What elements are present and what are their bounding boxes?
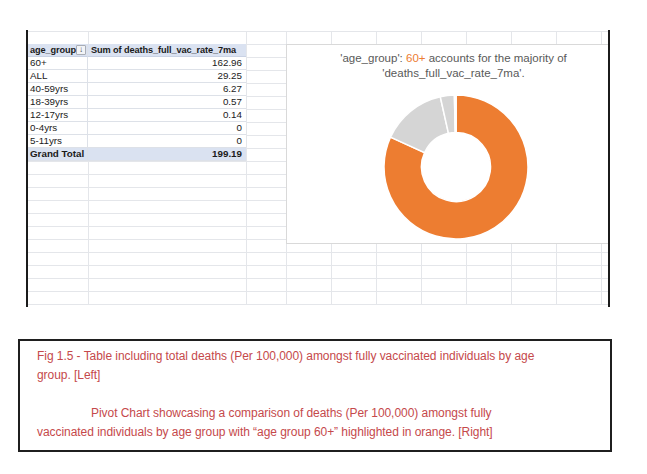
age-group-cell[interactable]: 5-11yrs — [27, 135, 88, 148]
table-row: 0-4yrs 0 — [27, 122, 246, 135]
figure-caption-box[interactable]: Fig 1.5 - Table including total deaths (… — [18, 339, 612, 452]
table-row: ALL 29.25 — [27, 70, 246, 83]
age-group-cell[interactable]: 0-4yrs — [27, 122, 88, 135]
table-row: 5-11yrs 0 — [27, 135, 246, 148]
age-group-cell[interactable]: 60+ — [27, 57, 88, 70]
caption-blank-line — [37, 385, 602, 404]
value-cell[interactable]: 162.96 — [88, 57, 246, 70]
column-header-sum-of-deaths[interactable]: Sum of deaths_full_vac_rate_7ma — [88, 44, 246, 57]
pivot-table: age_group ↓ Sum of deaths_full_vac_rate_… — [27, 44, 246, 161]
sheet-left-edge — [26, 30, 28, 307]
filter-sort-button[interactable]: ↓ — [76, 45, 86, 55]
caption-line: Fig 1.5 - Table including total deaths (… — [37, 347, 602, 366]
gridline — [27, 278, 609, 279]
value-cell[interactable]: 0.57 — [88, 96, 246, 109]
donut-chart-plot — [287, 45, 610, 245]
age-group-header-label: age_group — [30, 44, 76, 56]
caption-line: group. [Left] — [37, 366, 602, 385]
value-cell[interactable]: 0 — [88, 135, 246, 148]
excel-sheet-screenshot: age_group ↓ Sum of deaths_full_vac_rate_… — [0, 0, 647, 474]
gridline — [27, 304, 609, 305]
grand-total-label-cell[interactable]: Grand Total — [27, 148, 88, 161]
gridline — [27, 291, 609, 292]
pivot-header-row: age_group ↓ Sum of deaths_full_vac_rate_… — [27, 44, 246, 57]
age-group-cell[interactable]: 18-39yrs — [27, 96, 88, 109]
age-group-cell[interactable]: 12-17yrs — [27, 109, 88, 122]
sort-descending-icon: ↓ — [79, 46, 83, 54]
table-row: 40-59yrs 6.27 — [27, 83, 246, 96]
age-group-cell[interactable]: ALL — [27, 70, 88, 83]
grand-total-row: Grand Total 199.19 — [27, 148, 246, 161]
value-cell[interactable]: 29.25 — [88, 70, 246, 83]
table-row: 60+ 162.96 — [27, 57, 246, 70]
gridline — [27, 252, 609, 253]
gridline — [27, 265, 609, 266]
pivot-chart[interactable]: 'age_group': 60+ accounts for the majori… — [286, 44, 609, 244]
age-group-cell[interactable]: 40-59yrs — [27, 83, 88, 96]
table-row: 18-39yrs 0.57 — [27, 96, 246, 109]
grand-total-value-cell[interactable]: 199.19 — [88, 148, 246, 161]
caption-line: Pivot Chart showcasing a comparison of d… — [37, 404, 602, 423]
value-cell[interactable]: 0.14 — [88, 109, 246, 122]
column-header-age-group[interactable]: age_group ↓ — [27, 44, 88, 57]
gridline — [27, 31, 609, 32]
sheet-right-edge — [608, 30, 610, 307]
table-row: 12-17yrs 0.14 — [27, 109, 246, 122]
caption-line: vaccinated individuals by age group with… — [37, 423, 602, 442]
value-cell[interactable]: 6.27 — [88, 83, 246, 96]
gridline — [246, 31, 247, 304]
value-cell[interactable]: 0 — [88, 122, 246, 135]
